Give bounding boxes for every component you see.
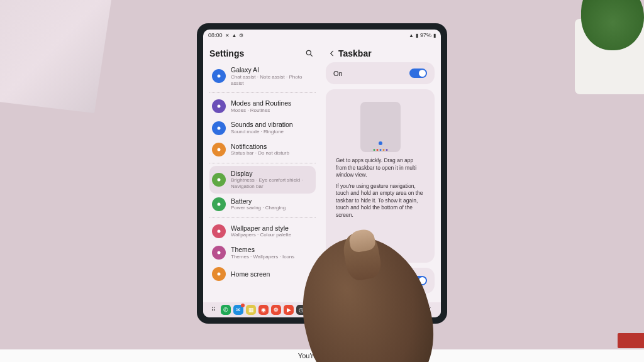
taskbar-title: Taskbar (338, 48, 372, 58)
svg-point-2 (218, 75, 221, 78)
row-title: Sounds and vibration (231, 121, 293, 129)
settings-row-icon (212, 143, 226, 156)
row-title: Galaxy AI (231, 66, 313, 74)
settings-title: Settings (209, 48, 244, 58)
settings-row-icon (212, 99, 226, 113)
svg-line-1 (311, 55, 313, 57)
svg-point-7 (218, 202, 221, 206)
settings-row-display[interactable]: DisplayBrightness · Eye comfort shield ·… (209, 166, 316, 194)
row-title: Themes (231, 246, 294, 254)
settings-row-sounds-and-vibration[interactable]: Sounds and vibrationSound mode · Rington… (209, 117, 316, 138)
taskbar-preview (333, 96, 427, 156)
settings-row-battery[interactable]: BatteryPower saving · Charging (209, 194, 316, 215)
settings-panel: Settings Galaxy AIChat assist · Note ass… (203, 41, 322, 302)
battery-icon: ▮ (433, 33, 436, 38)
wifi-icon: ▲ (409, 33, 414, 38)
row-sub: Status bar · Do not disturb (231, 150, 289, 156)
row-sub: Chat assist · Note assist · Photo assist (231, 74, 313, 86)
row-title: Modes and Routines (231, 99, 291, 107)
taskbar-on-card: On (326, 62, 435, 84)
taskbar-preview-card: Get to apps quickly. Drag an app from th… (326, 89, 435, 263)
settings-row-wallpaper-and-style[interactable]: Wallpaper and styleWallpapers · Colour p… (209, 221, 316, 242)
settings-row-icon (212, 246, 226, 260)
svg-point-10 (218, 273, 221, 276)
svg-point-9 (218, 251, 221, 255)
svg-point-0 (306, 51, 311, 55)
row-title: Wallpaper and style (231, 224, 291, 233)
video-watermark (618, 333, 644, 348)
settings-row-galaxy-ai[interactable]: Galaxy AIChat assist · Note assist · Pho… (209, 62, 316, 90)
svg-point-8 (218, 229, 221, 233)
taskbar-youtube-icon[interactable]: ▶ (284, 305, 294, 315)
svg-point-4 (218, 126, 221, 129)
status-bar: 08:00 ✕ ▲ ⚙ ▲ ▮ 97% ▮ (203, 30, 441, 41)
svg-point-6 (218, 178, 221, 181)
settings-row-themes[interactable]: ThemesThemes · Wallpapers · Icons (209, 242, 316, 263)
settings-row-home-screen[interactable]: Home screen (209, 263, 316, 285)
taskbar-messages-icon[interactable]: ✉ (233, 305, 243, 315)
row-title: Battery (231, 197, 286, 206)
row-sub: Power saving · Charging (231, 205, 286, 211)
settings-row-icon (212, 224, 226, 238)
taskbar-toggle[interactable] (409, 69, 427, 78)
settings-row-icon (212, 121, 226, 135)
taskbar-camera-icon[interactable]: ◉ (258, 305, 269, 315)
status-icon: ✕ (225, 33, 230, 38)
taskbar-calendar-icon[interactable]: ▦ (246, 305, 256, 315)
settings-row-icon (212, 267, 226, 281)
svg-point-3 (218, 105, 221, 108)
on-label: On (333, 70, 343, 77)
settings-row-icon (212, 69, 226, 83)
svg-point-5 (218, 148, 221, 151)
row-sub: Brightness · Eye comfort shield · Naviga… (231, 177, 313, 189)
row-title: Notifications (231, 143, 289, 151)
settings-row-modes-and-routines[interactable]: Modes and RoutinesModes · Routines (209, 96, 316, 117)
desk-plant (562, 0, 644, 94)
status-icon: ⚙ (239, 33, 243, 38)
status-time: 08:00 (208, 32, 223, 38)
desk-prop-left (0, 0, 113, 113)
settings-row-icon (212, 173, 226, 187)
row-sub: Sound mode · Ringtone (231, 129, 293, 135)
battery-percent: 97% (420, 32, 431, 38)
taskbar-apps-grid-icon[interactable]: ⠿ (208, 305, 218, 315)
signal-icon: ▮ (416, 33, 418, 38)
row-sub: Wallpapers · Colour palette (231, 232, 291, 238)
taskbar-phone-icon[interactable]: ✆ (221, 305, 231, 315)
taskbar-description: Get to apps quickly. Drag an app from th… (333, 156, 427, 222)
row-sub: Themes · Wallpapers · Icons (231, 254, 294, 260)
back-icon[interactable] (326, 47, 338, 60)
settings-row-notifications[interactable]: NotificationsStatus bar · Do not disturb (209, 139, 316, 160)
status-icon: ▲ (232, 33, 237, 38)
settings-row-icon (212, 197, 226, 211)
taskbar-gallery-icon[interactable]: ❁ (271, 305, 281, 315)
search-icon[interactable] (303, 47, 316, 60)
row-sub: Modes · Routines (231, 107, 291, 114)
row-title: Display (231, 170, 313, 178)
row-title: Home screen (231, 270, 270, 278)
